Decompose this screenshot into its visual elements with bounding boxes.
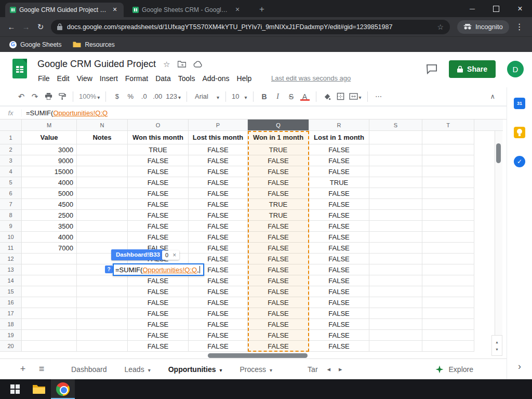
more-toolbar-button[interactable]: ⋯ <box>372 92 385 100</box>
scroll-up-icon[interactable] <box>495 340 499 344</box>
cell[interactable] <box>77 177 128 188</box>
url-bar[interactable]: docs.google.com/spreadsheets/d/1UfxagYT5… <box>51 20 450 34</box>
cell[interactable]: FALSE <box>189 199 248 210</box>
column-header-M[interactable]: M <box>22 119 77 131</box>
bookmark-resources-folder[interactable]: Resources <box>69 39 118 50</box>
sheet-tab-dashboard[interactable]: Dashboard <box>62 359 116 379</box>
share-button[interactable]: Share <box>449 60 496 78</box>
cell[interactable] <box>422 210 474 221</box>
cell[interactable] <box>77 308 128 319</box>
calendar-icon[interactable] <box>514 98 525 109</box>
tab-close-icon[interactable] <box>233 6 242 14</box>
cell[interactable] <box>369 341 422 352</box>
cell[interactable]: FALSE <box>189 177 248 188</box>
cell[interactable] <box>369 254 422 264</box>
bold-button[interactable]: B <box>258 92 271 101</box>
strikethrough-button[interactable]: S <box>285 92 298 101</box>
browser-tab-sheets-crm[interactable]: Google Sheets CRM - Google Sh <box>128 3 246 17</box>
row-header-20[interactable]: 20 <box>0 341 22 352</box>
star-document-icon[interactable] <box>163 60 170 69</box>
cell[interactable]: FALSE <box>189 155 248 166</box>
zoom-select[interactable]: 100% <box>77 92 101 101</box>
cell[interactable] <box>369 144 422 155</box>
cell[interactable]: FALSE <box>128 297 189 308</box>
cell[interactable] <box>77 330 128 341</box>
cell[interactable] <box>422 131 474 144</box>
cell[interactable]: FALSE <box>128 330 189 341</box>
menu-data[interactable]: Data <box>152 73 175 84</box>
cell[interactable]: FALSE <box>189 210 248 221</box>
new-tab-button[interactable] <box>256 4 268 16</box>
cell[interactable]: 4000 <box>22 232 77 243</box>
cell[interactable] <box>77 297 128 308</box>
row-header-11[interactable]: 11 <box>0 243 22 254</box>
cell[interactable] <box>22 254 77 264</box>
cell[interactable]: FALSE <box>189 254 248 264</box>
cell[interactable]: FALSE <box>309 341 369 352</box>
column-header-O[interactable]: O <box>128 119 189 131</box>
cell[interactable] <box>422 232 474 243</box>
cell[interactable]: FALSE <box>309 166 369 177</box>
column-header-P[interactable]: P <box>189 119 248 131</box>
preview-close-icon[interactable]: × <box>172 251 176 259</box>
cell[interactable]: FALSE <box>309 254 369 264</box>
cell[interactable] <box>422 188 474 199</box>
cell[interactable]: FALSE <box>128 308 189 319</box>
sheet-tab-process[interactable]: Process <box>231 359 282 379</box>
cell[interactable] <box>369 131 422 144</box>
row-header-5[interactable]: 5 <box>0 177 22 188</box>
sheet-tab-menu-icon[interactable] <box>148 365 151 374</box>
menu-edit[interactable]: Edit <box>54 73 73 84</box>
cell[interactable]: Won this month <box>128 131 189 144</box>
cell[interactable]: FALSE <box>128 341 189 352</box>
cell[interactable] <box>369 221 422 232</box>
undo-button[interactable] <box>15 92 28 101</box>
chrome-taskbar-button[interactable] <box>51 379 75 399</box>
bookmark-google-sheets[interactable]: G Google Sheets <box>5 39 65 50</box>
sheet-tab-menu-icon[interactable] <box>219 365 222 374</box>
cell[interactable] <box>77 144 128 155</box>
cell[interactable]: FALSE <box>309 297 369 308</box>
cell[interactable] <box>77 155 128 166</box>
cell[interactable] <box>22 264 77 275</box>
cell[interactable]: FALSE <box>248 188 309 199</box>
sheet-tab-menu-icon[interactable] <box>270 365 272 374</box>
cell[interactable] <box>22 319 77 330</box>
row-header-7[interactable]: 7 <box>0 199 22 210</box>
row-header-6[interactable]: 6 <box>0 188 22 199</box>
cell[interactable] <box>77 166 128 177</box>
cell[interactable]: TRUE <box>248 144 309 155</box>
cell[interactable]: FALSE <box>189 166 248 177</box>
menu-tools[interactable]: Tools <box>175 73 199 84</box>
cloud-saved-icon[interactable] <box>193 61 203 68</box>
cell[interactable] <box>369 232 422 243</box>
cell[interactable]: 5000 <box>22 188 77 199</box>
cell[interactable]: FALSE <box>189 308 248 319</box>
merge-cells-button[interactable] <box>348 92 363 101</box>
cell[interactable]: 4000 <box>22 177 77 188</box>
cell[interactable] <box>422 319 474 330</box>
font-size-select[interactable]: 10 <box>230 92 249 101</box>
cell[interactable] <box>77 232 128 243</box>
cell[interactable] <box>422 308 474 319</box>
cell[interactable]: TRUE <box>248 199 309 210</box>
cell[interactable]: FALSE <box>189 188 248 199</box>
cell[interactable]: FALSE <box>189 319 248 330</box>
account-avatar[interactable]: D <box>507 61 524 77</box>
collapse-panel-icon[interactable] <box>507 361 532 372</box>
column-header-Q[interactable]: Q <box>248 119 309 131</box>
cell[interactable]: Notes <box>77 131 128 144</box>
cell[interactable] <box>422 330 474 341</box>
window-close-button[interactable] <box>508 0 532 17</box>
cell[interactable]: FALSE <box>248 166 309 177</box>
cell[interactable] <box>22 297 77 308</box>
cell[interactable]: FALSE <box>128 275 189 286</box>
cell[interactable] <box>422 144 474 155</box>
all-sheets-button[interactable] <box>32 364 51 375</box>
format-currency-button[interactable]: $ <box>110 92 124 100</box>
cell[interactable]: 15000 <box>22 166 77 177</box>
cell[interactable] <box>369 286 422 297</box>
cell[interactable]: FALSE <box>248 308 309 319</box>
cell[interactable]: FALSE <box>248 275 309 286</box>
cell[interactable]: FALSE <box>309 264 369 275</box>
